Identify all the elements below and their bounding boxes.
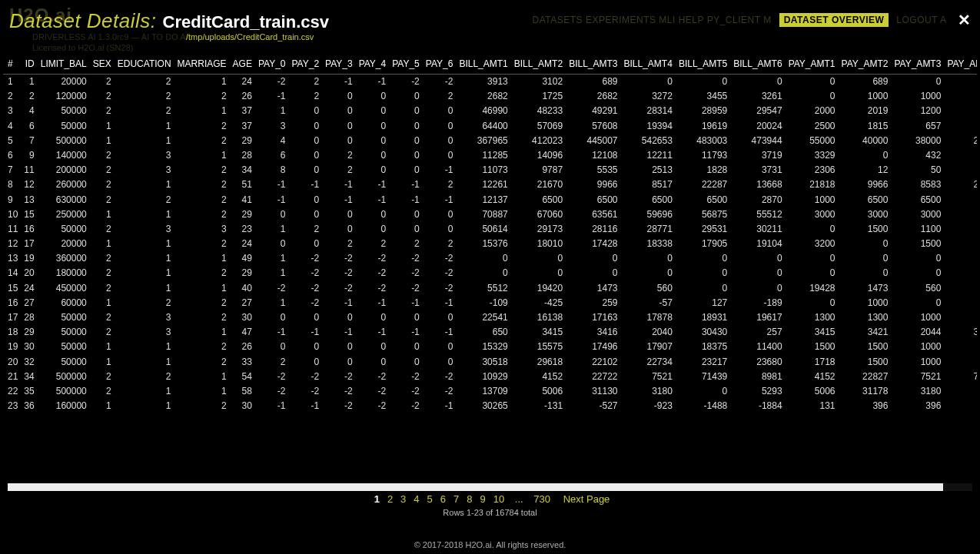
pager-page[interactable]: 5 — [427, 493, 433, 505]
cell: 2 — [115, 296, 174, 310]
cell: 17 — [21, 237, 37, 251]
table-row[interactable]: 1217200001122400222215376180101742818338… — [3, 237, 977, 251]
table-row[interactable]: 81226000021251-1-1-1-1-12122612167099668… — [3, 177, 977, 192]
pager-page[interactable]: 7 — [453, 493, 459, 505]
col-header[interactable]: BILL_AMT5 — [676, 55, 730, 75]
col-header[interactable]: BILL_AMT1 — [456, 55, 510, 75]
cell: 3000 — [839, 207, 892, 222]
col-header[interactable]: PAY_2 — [288, 55, 322, 75]
pager-page[interactable]: 10 — [493, 493, 504, 505]
cell: 2 — [174, 266, 230, 280]
nav-item[interactable]: MLI — [659, 15, 676, 25]
cell: 9966 — [839, 177, 892, 192]
cell: 1500 — [891, 237, 944, 251]
pager-page[interactable]: 4 — [414, 493, 419, 505]
cell: 12 — [839, 163, 892, 177]
col-header[interactable]: AGE — [230, 55, 255, 75]
cell: -425 — [511, 296, 566, 310]
nav-item[interactable]: DATASETS — [533, 15, 583, 25]
cell: 1 — [115, 399, 174, 413]
cell: 6500 — [621, 193, 676, 207]
pager-next[interactable]: Next Page — [563, 493, 610, 505]
table-row[interactable]: 1930500001122600000015329155751749617907… — [3, 340, 977, 354]
cell: 2 — [90, 325, 115, 340]
nav-logout[interactable]: LOGOUT A — [896, 15, 946, 25]
pager-page[interactable]: 3 — [400, 493, 406, 505]
table-row[interactable]: 6914000023128602000112851409612108122111… — [3, 148, 977, 163]
col-header[interactable]: EDUCATION — [115, 55, 174, 75]
h-scrollbar[interactable] — [8, 483, 972, 491]
table-row[interactable]: 1420180000212291-2-2-2-2-2000000000 — [3, 266, 977, 280]
col-header[interactable]: PAY_AMT1 — [786, 55, 839, 75]
col-header[interactable]: PAY_AMT3 — [891, 55, 944, 75]
cell: 12137 — [456, 193, 510, 207]
nav-item[interactable]: EXPERIMENTS — [586, 15, 656, 25]
table-row[interactable]: 2212000022226-12000226821725268232723455… — [3, 89, 977, 104]
cell: 6500 — [676, 193, 730, 207]
table-row[interactable]: 4650000112373000006440057069576081939419… — [3, 119, 977, 134]
col-header[interactable]: BILL_AMT2 — [511, 55, 566, 75]
h-scroll-thumb[interactable] — [8, 483, 943, 491]
col-header[interactable]: PAY_4 — [356, 55, 390, 75]
table-row[interactable]: 233616000011230-1-1-2-2-2-130265-131-527… — [3, 399, 977, 413]
license-faint: Licensed to H2O.ai (SN28) — [32, 43, 133, 52]
table-row[interactable]: 91363000022241-10-1-1-1-1121376500650065… — [3, 193, 977, 207]
table-row[interactable]: 7112000002323480200-11107397875535251318… — [3, 163, 977, 177]
table-row[interactable]: 152445000021140-2-2-2-2-2-25512194201473… — [3, 281, 977, 296]
col-header[interactable]: PAY_6 — [423, 55, 457, 75]
table-row[interactable]: 1116500002332312000050614291732811628771… — [3, 222, 977, 237]
col-header[interactable]: PAY_0 — [255, 55, 289, 75]
col-header[interactable]: BILL_AMT3 — [566, 55, 620, 75]
col-header[interactable]: SEX — [90, 55, 115, 75]
cell: 0 — [288, 148, 322, 163]
nav-active[interactable]: DATASET OVERVIEW — [779, 13, 889, 27]
table-row[interactable]: 223550000021158-2-2-2-2-2-21370950063113… — [3, 384, 977, 399]
table-row[interactable]: 162760000122271-2-1-1-1-1-109-425259-571… — [3, 296, 977, 310]
table-row[interactable]: 112000022124-22-1-1-2-239133102689000068… — [3, 75, 977, 90]
table-row[interactable]: 1728500002323000000022541161381716317878… — [3, 310, 977, 325]
col-header[interactable]: PAY_AMT — [944, 55, 977, 75]
cell: 15 — [3, 281, 21, 296]
col-header[interactable]: MARRIAGE — [174, 55, 230, 75]
pager-last[interactable]: 730 — [533, 493, 550, 505]
cell: 0 — [839, 148, 892, 163]
cell: 0 — [322, 340, 356, 354]
cell: 500000 — [38, 134, 90, 148]
cell: -1884 — [730, 399, 785, 413]
table-row[interactable]: 1319360000211491-2-2-2-2-2000000000 — [3, 251, 977, 266]
cell: 0 — [288, 104, 322, 118]
table-row[interactable]: 18295000023147-1-1-1-1-1-165034153416204… — [3, 325, 977, 340]
cell: 2 — [174, 237, 230, 251]
cell: -1 — [389, 193, 423, 207]
cell: 63561 — [566, 207, 620, 222]
col-header[interactable]: LIMIT_BAL — [38, 55, 90, 75]
col-header[interactable]: # — [3, 55, 21, 75]
table-row[interactable]: 5750000011229400000367965412023445007542… — [3, 134, 977, 148]
pager-page[interactable]: 1 — [374, 493, 380, 505]
cell: 367965 — [456, 134, 510, 148]
table-row[interactable]: 2032500001123320000030518296182210222734… — [3, 355, 977, 370]
table-row[interactable]: 3450000221371000004699048233492912831428… — [3, 104, 977, 118]
cell: 5006 — [511, 384, 566, 399]
pager-page[interactable]: 2 — [387, 493, 393, 505]
pager-page[interactable]: 9 — [480, 493, 486, 505]
cell: 0 — [786, 266, 839, 280]
col-header[interactable]: BILL_AMT6 — [730, 55, 785, 75]
cell: 0 — [786, 251, 839, 266]
col-header[interactable]: PAY_3 — [322, 55, 356, 75]
nav-item[interactable]: M — [763, 15, 772, 25]
col-header[interactable]: ID — [21, 55, 37, 75]
table-row[interactable]: 213450000022154-2-2-2-2-2-21092941522272… — [3, 370, 977, 384]
table-row[interactable]: 1015250000112290000007088767060635615969… — [3, 207, 977, 222]
col-header[interactable]: PAY_5 — [389, 55, 423, 75]
close-icon[interactable]: ✕ — [958, 11, 972, 29]
nav-item[interactable]: PY_CLIENT — [707, 15, 761, 25]
col-header[interactable]: BILL_AMT4 — [621, 55, 676, 75]
pager-page[interactable]: 6 — [440, 493, 446, 505]
nav-item[interactable]: HELP — [679, 15, 704, 25]
cell: 3 — [174, 222, 230, 237]
pager-page[interactable]: 8 — [467, 493, 472, 505]
col-header[interactable]: PAY_AMT2 — [839, 55, 892, 75]
cell: 11285 — [456, 148, 510, 163]
cell: -131 — [511, 399, 566, 413]
